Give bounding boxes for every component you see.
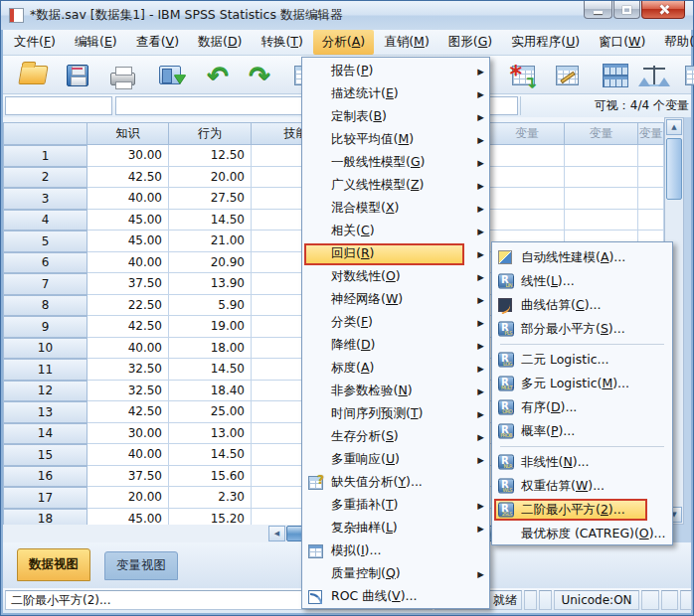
maximize-button[interactable] (613, 1, 640, 19)
variables-button[interactable] (549, 59, 585, 91)
data-cell[interactable]: 14.50 (169, 444, 252, 466)
data-cell[interactable]: 45.00 (87, 509, 169, 526)
data-cell[interactable]: 18.40 (169, 381, 252, 402)
data-cell[interactable]: 27.50 (169, 188, 252, 210)
data-cell[interactable]: 21.00 (169, 231, 252, 252)
minimize-button[interactable] (584, 1, 612, 19)
analyze-menu-item-时间序列预测[interactable]: 时间序列预测(T)▶ (302, 402, 489, 425)
tab-data-view[interactable]: 数据视图 (17, 548, 90, 581)
column-header-知识[interactable]: 知识 (87, 122, 169, 145)
analyze-menu-item-混合模型[interactable]: 混合模型(X)▶ (302, 197, 489, 220)
scroll-left-button[interactable]: ◀ (268, 526, 285, 541)
data-cell[interactable]: 18.00 (169, 338, 252, 360)
analyze-menu-item-缺失值分析[interactable]: 缺失值分析(Y)... (302, 471, 489, 494)
row-number-cell[interactable]: 9 (3, 316, 87, 338)
row-number-cell[interactable]: 2 (3, 167, 87, 189)
data-cell[interactable] (565, 188, 638, 210)
row-number-cell[interactable]: 1 (3, 145, 87, 167)
data-cell[interactable]: 37.50 (87, 273, 169, 295)
data-cell[interactable]: 40.00 (87, 444, 169, 466)
data-cell[interactable]: 42.50 (87, 316, 169, 338)
data-cell[interactable]: 22.50 (87, 295, 169, 317)
analyze-menu-item-标度[interactable]: 标度(A)▶ (302, 357, 489, 380)
data-cell[interactable] (638, 188, 664, 210)
close-button[interactable] (641, 1, 685, 19)
data-cell[interactable] (565, 167, 638, 189)
menubar-item-分析[interactable]: 分析(A) (313, 30, 374, 55)
row-number-cell[interactable]: 10 (3, 338, 87, 360)
data-cell[interactable]: 45.00 (87, 231, 169, 252)
analyze-menu-item-比较平均值[interactable]: 比较平均值(M)▶ (302, 128, 489, 151)
split-file-button[interactable] (597, 59, 632, 91)
regression-submenu-item-非线性[interactable]: RNLR非线性(N)... (492, 450, 672, 474)
analyze-menu-item-多重响应[interactable]: 多重响应(U)▶ (302, 448, 489, 471)
data-cell[interactable] (490, 210, 565, 231)
row-number-cell[interactable]: 6 (3, 252, 87, 274)
data-cell[interactable] (638, 210, 664, 231)
data-cell[interactable]: 42.50 (87, 167, 169, 189)
regression-submenu-item-最优标度[interactable]: 最优标度 (CATREG)(O)... (492, 522, 672, 545)
data-cell[interactable]: 12.50 (169, 145, 252, 167)
row-number-cell[interactable]: 15 (3, 444, 87, 466)
regression-submenu-item-曲线估算[interactable]: 曲线估算(C)... (492, 293, 672, 317)
data-cell[interactable]: 37.50 (87, 466, 169, 488)
analyze-menu-item-相关[interactable]: 相关(C)▶ (302, 220, 489, 242)
cell-reference-input[interactable] (5, 96, 112, 115)
analyze-menu-item-广义线性模型[interactable]: 广义线性模型(Z)▶ (302, 174, 489, 197)
analyze-menu-item-ROC 曲线[interactable]: ROC 曲线(V)... (302, 585, 489, 608)
menubar-item-窗口[interactable]: 窗口(W) (590, 30, 654, 55)
menubar-item-文件[interactable]: 文件(F) (5, 30, 65, 55)
data-cell[interactable]: 30.00 (87, 423, 169, 445)
data-cell[interactable]: 32.50 (87, 381, 169, 402)
menubar-item-数据[interactable]: 数据(D) (189, 30, 251, 55)
regression-submenu-item-有序[interactable]: RORD有序(D)... (492, 395, 672, 419)
data-cell[interactable]: 19.00 (169, 316, 252, 338)
regression-submenu-item-二元 Logistic[interactable]: RLOG二元 Logistic... (492, 348, 672, 372)
scroll-up-button[interactable]: ▲ (666, 119, 682, 135)
data-cell[interactable]: 15.60 (169, 466, 252, 488)
data-cell[interactable]: 2.30 (169, 487, 252, 509)
regression-submenu-item-多元 Logistic[interactable]: RMULT多元 Logistic(M)... (492, 372, 672, 395)
analyze-menu-item-分类[interactable]: 分类(F)▶ (302, 311, 489, 334)
analyze-menu-item-报告[interactable]: 报告(P)▶ (302, 60, 489, 82)
row-number-cell[interactable]: 7 (3, 273, 87, 295)
analyze-menu-item-生存分析[interactable]: 生存分析(S)▶ (302, 425, 489, 448)
row-number-cell[interactable]: 16 (3, 466, 87, 488)
value-labels-button[interactable] (678, 59, 694, 91)
data-cell[interactable]: 13.90 (169, 273, 252, 295)
data-cell[interactable]: 25.00 (169, 401, 252, 423)
regression-submenu-item-线性[interactable]: RLIN线性(L)... (492, 269, 672, 293)
row-number-cell[interactable]: 11 (3, 359, 87, 381)
redo-button[interactable]: ↷ (242, 59, 277, 91)
data-cell[interactable] (565, 145, 638, 167)
weight-cases-button[interactable] (636, 59, 672, 91)
analyze-menu-item-非参数检验[interactable]: 非参数检验(N)▶ (302, 380, 489, 402)
analyze-menu-item-神经网络[interactable]: 神经网络(W)▶ (302, 288, 489, 311)
grid-corner-cell[interactable] (3, 122, 87, 145)
insert-cases-button[interactable]: *↴ (505, 59, 541, 91)
data-cell[interactable]: 13.00 (169, 423, 252, 445)
tab-variable-view[interactable]: 变量视图 (104, 551, 178, 580)
analyze-menu-item-定制表[interactable]: 定制表(B)▶ (302, 105, 489, 128)
analyze-menu-item-复杂抽样[interactable]: 复杂抽样(L)▶ (302, 517, 489, 539)
data-cell[interactable]: 20.00 (87, 487, 169, 509)
menubar-item-转换[interactable]: 转换(T) (252, 30, 311, 55)
recall-dialogs-button[interactable] (152, 59, 188, 91)
regression-submenu-item-权重估算[interactable]: RWLS权重估算(W)... (492, 474, 672, 498)
data-cell[interactable]: 40.00 (87, 188, 169, 210)
menubar-item-实用程序[interactable]: 实用程序(U) (502, 30, 589, 55)
undo-button[interactable]: ↶ (200, 59, 236, 91)
data-cell[interactable] (638, 145, 664, 167)
data-cell[interactable]: 40.00 (87, 338, 169, 360)
save-button[interactable] (60, 59, 95, 91)
vertical-scroll-thumb[interactable] (666, 138, 682, 200)
data-cell[interactable]: 40.00 (87, 252, 169, 274)
data-cell[interactable]: 14.50 (169, 359, 252, 381)
data-cell[interactable] (490, 188, 565, 210)
analyze-menu-item-一般线性模型[interactable]: 一般线性模型(G)▶ (302, 151, 489, 174)
row-number-cell[interactable]: 14 (3, 423, 87, 445)
data-cell[interactable]: 42.50 (87, 401, 169, 423)
regression-submenu-item-自动线性建模[interactable]: 自动线性建模(A)... (492, 245, 672, 269)
analyze-menu-item-对数线性[interactable]: 对数线性(O)▶ (302, 265, 489, 288)
row-number-cell[interactable]: 5 (3, 231, 87, 252)
